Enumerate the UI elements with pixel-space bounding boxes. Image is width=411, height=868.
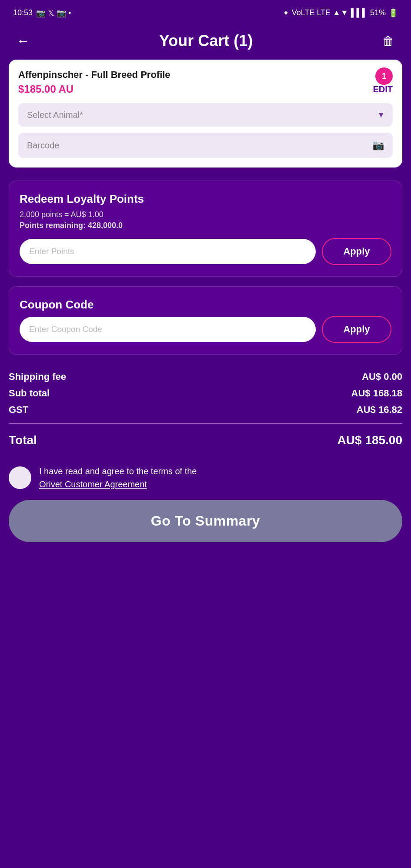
loyalty-title: Redeem Loyalty Points [20, 192, 391, 206]
camera-icon[interactable]: 📷 [372, 140, 384, 151]
agreement-text: I have read and agree to the terms of th… [39, 466, 197, 476]
trash-button[interactable]: 🗑 [379, 32, 398, 50]
status-bar: 10:53 📷 𝕏 📷 • ✦ VoLTE LTE ▲▼ ▌▌▌ 51% 🔋 [0, 0, 411, 24]
network-status: VoLTE LTE ▲▼ [292, 8, 348, 17]
shipping-label: Shipping fee [9, 371, 66, 382]
cart-item-card: Affenpinscher - Full Breed Profile 1 $18… [9, 60, 402, 168]
page-header: ← Your Cart (1) 🗑 [0, 24, 411, 60]
bluetooth-icon: ✦ [283, 8, 289, 18]
barcode-field[interactable]: Barcode 📷 [18, 133, 393, 158]
subtotal-row: Sub total AU$ 168.18 [9, 385, 402, 402]
total-value: AU$ 185.00 [337, 433, 402, 447]
battery-status: 51% [370, 8, 386, 17]
subtotal-label: Sub total [9, 388, 50, 399]
total-label: Total [9, 433, 37, 447]
cart-item-price: $185.00 AU [18, 83, 74, 95]
loyalty-conversion-text: 2,000 points = AU$ 1.00 [20, 210, 391, 219]
points-input[interactable] [20, 239, 316, 264]
back-icon: ← [17, 34, 30, 48]
pricing-section: Shipping fee AU$ 0.00 Sub total AU$ 168.… [9, 364, 402, 456]
coupon-apply-button[interactable]: Apply [322, 316, 391, 343]
status-time: 10:53 [13, 8, 33, 17]
status-icons: 📷 𝕏 📷 • [36, 8, 71, 18]
agreement-checkbox[interactable] [9, 466, 31, 489]
total-row: Total AU$ 185.00 [9, 429, 402, 452]
loyalty-section: Redeem Loyalty Points 2,000 points = AU$… [9, 181, 402, 277]
agreement-link[interactable]: Orivet Customer Agreement [39, 479, 197, 489]
go-to-summary-button[interactable]: Go To Summary [9, 500, 402, 542]
select-animal-dropdown[interactable]: Select Animal* [18, 103, 393, 127]
pricing-divider [9, 423, 402, 424]
status-right: ✦ VoLTE LTE ▲▼ ▌▌▌ 51% 🔋 [283, 8, 398, 18]
barcode-placeholder: Barcode [27, 141, 60, 151]
gst-value: AU$ 16.82 [357, 404, 402, 416]
gst-row: GST AU$ 16.82 [9, 402, 402, 418]
item-quantity-badge: 1 [375, 67, 393, 85]
agreement-text-block: I have read and agree to the terms of th… [39, 465, 197, 489]
coupon-title: Coupon Code [20, 298, 391, 312]
signal-icon: ▌▌▌ [351, 8, 368, 17]
page-title: Your Cart (1) [33, 32, 379, 50]
battery-icon: 🔋 [388, 8, 398, 18]
loyalty-input-row: Apply [20, 238, 391, 265]
cart-item-price-row: $185.00 AU EDIT [18, 83, 393, 95]
coupon-section: Coupon Code Apply [9, 286, 402, 355]
shipping-row: Shipping fee AU$ 0.00 [9, 369, 402, 385]
cart-item-name: Affenpinscher - Full Breed Profile [18, 69, 393, 80]
coupon-input[interactable] [20, 317, 316, 342]
status-left: 10:53 📷 𝕏 📷 • [13, 8, 71, 18]
edit-link[interactable]: EDIT [373, 84, 393, 94]
coupon-input-row: Apply [20, 316, 391, 343]
loyalty-apply-button[interactable]: Apply [322, 238, 391, 265]
loyalty-remaining-text: Points remaining: 428,000.0 [20, 221, 391, 230]
trash-icon: 🗑 [382, 34, 394, 48]
cart-item-header: Affenpinscher - Full Breed Profile 1 [18, 69, 393, 80]
gst-label: GST [9, 404, 28, 416]
subtotal-value: AU$ 168.18 [351, 388, 402, 399]
select-animal-wrapper[interactable]: Select Animal* ▼ [18, 103, 393, 127]
shipping-value: AU$ 0.00 [362, 371, 402, 382]
agreement-section: I have read and agree to the terms of th… [9, 465, 402, 489]
back-button[interactable]: ← [13, 32, 33, 50]
